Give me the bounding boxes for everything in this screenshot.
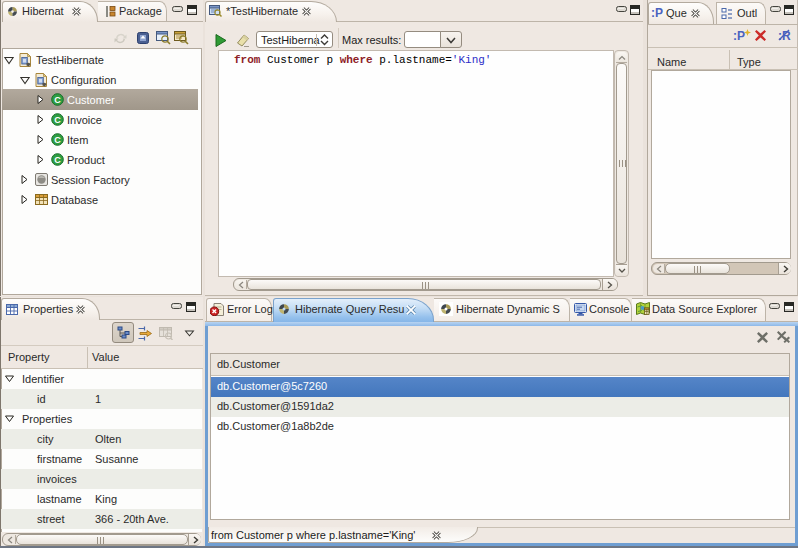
- svg-text:C: C: [54, 115, 61, 125]
- svg-text:C: C: [54, 95, 61, 105]
- svg-text:C: C: [54, 135, 61, 145]
- svg-text:C: C: [54, 155, 61, 165]
